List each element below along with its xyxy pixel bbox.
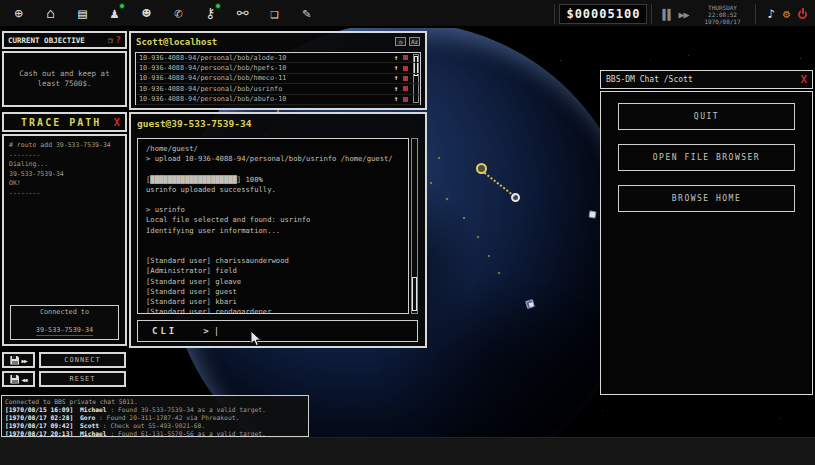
notes-icon[interactable]: ✎	[296, 3, 317, 24]
settings-gear-icon[interactable]: ⚙	[783, 8, 790, 20]
home-network-icon[interactable]: ⌂	[40, 3, 61, 24]
fast-forward-arrows-icon: ▶▶	[21, 357, 26, 364]
map-node-origin-icon[interactable]	[476, 163, 487, 174]
divider	[651, 4, 652, 24]
pause-button[interactable]: ▌▌	[662, 9, 672, 20]
map-node-target-icon[interactable]	[511, 193, 520, 202]
floppy-disk-icon	[10, 375, 19, 384]
file-row[interactable]: 10-936-4088-94/personal/bob/hmeco-11 ↑	[136, 74, 420, 84]
delete-file-icon[interactable]	[403, 66, 408, 71]
world-map-icon[interactable]: ⊕	[8, 3, 29, 24]
terminal-line: [Standard user] kbari	[146, 297, 400, 307]
chat-log-message: [1970/08/17 20:13] Michael : Found 61-13…	[5, 430, 305, 437]
message-text: : Found 39-533-7539-34 as a valid target…	[110, 406, 265, 413]
terminal-line: [Administrator] field	[146, 266, 400, 276]
trace-log-line: Dialing...	[9, 160, 120, 170]
file-path: 10-936-4088-94/personal/bob/hpefs-10	[136, 64, 391, 72]
trace-body: Connected to 39-533-7539-34 # route add …	[2, 134, 127, 346]
arrests-icon[interactable]: ⚯	[232, 3, 253, 24]
open-file-browser-button[interactable]: OPEN FILE BROWSER	[618, 144, 795, 171]
terminal-titlebar[interactable]: guest@39-533-7539-34	[131, 114, 425, 133]
message-text: : Found 61-131-5570-56 as a valid target…	[110, 430, 265, 437]
quit-button[interactable]: QUIT	[618, 103, 795, 130]
delete-file-icon[interactable]	[403, 97, 408, 102]
news-icon[interactable]: ▤	[72, 3, 93, 24]
popout-window-icon[interactable]: ❐	[108, 36, 113, 45]
file-path: 10-936-4088-94/personal/bob/abufo-10	[136, 95, 391, 103]
upload-arrow-icon[interactable]: ↑	[391, 74, 401, 82]
sort-by-time-icon[interactable]: ◷	[395, 37, 406, 46]
message-timestamp: [1970/08/17 09:42]	[5, 422, 73, 429]
message-username: Goro	[80, 414, 95, 421]
scrollbar-thumb[interactable]	[412, 277, 417, 311]
upload-arrow-icon[interactable]: ↑	[391, 95, 401, 103]
trace-log-line: 39-533-7539-34	[9, 170, 120, 180]
delete-file-icon[interactable]	[403, 76, 408, 81]
browse-home-button[interactable]: BROWSE HOME	[618, 185, 795, 212]
message-username: Michael	[80, 406, 107, 413]
file-window: Scott@localhost ◷ Az 10-936-4088-94/pers…	[129, 31, 427, 110]
connected-label: Connected to	[11, 308, 118, 317]
game-screen: ⊕ ⌂ ▤ ♟ ☻	[0, 0, 815, 465]
clock-day: THURSDAY	[697, 4, 749, 11]
terminal-window: guest@39-533-7539-34 /home/guest/ > uplo…	[129, 112, 427, 348]
cli-prompt: >	[203, 326, 208, 336]
save-and-connect-icon[interactable]: ▶▶	[2, 352, 35, 368]
file-row[interactable]: 10-936-4088-94/personal/bob/usrinfo ↑	[136, 84, 420, 94]
terminal-line: [████████████████████] 100%	[146, 175, 400, 185]
message-timestamp: [1970/08/15 16:09]	[5, 406, 73, 413]
file-row[interactable]: 10-936-4088-94/personal/bob/alode-10 ↑	[136, 53, 420, 63]
passwords-icon[interactable]: ⚷	[200, 3, 221, 24]
delete-file-icon[interactable]	[403, 86, 408, 91]
file-row[interactable]: 10-936-4088-94/personal/bob/hpefs-10 ↑	[136, 63, 420, 73]
message-text: : Found 20-311-1787-42 via Phreakout.	[99, 414, 239, 421]
power-icon[interactable]	[798, 10, 807, 19]
message-username: Michael	[80, 430, 107, 437]
map-server-marker-icon[interactable]	[588, 210, 596, 218]
topbar-icon-group: ⊕ ⌂ ▤ ♟ ☻	[0, 3, 317, 24]
terminal-line: > upload 10-936-4088-94/personal/bob/usr…	[146, 154, 400, 164]
file-row[interactable]: 10-936-4088-94/personal/bob/abufo-10 ↑	[136, 95, 420, 105]
missions-icon[interactable]: ♟	[104, 3, 125, 24]
terminal-line: Local file selected and found: usrinfo	[146, 215, 400, 225]
close-icon[interactable]: X	[800, 73, 807, 86]
upload-arrow-icon[interactable]: ↑	[391, 54, 401, 62]
terminal-line: > usrinfo	[146, 205, 400, 215]
trace-log-line: --------	[9, 189, 120, 199]
message-text: : Check out 55-493-9021-68.	[103, 422, 205, 429]
close-icon[interactable]: X	[113, 116, 120, 129]
terminal-line: [Standard user] gleave	[146, 277, 400, 287]
terminal-line: Identifying user information...	[146, 226, 400, 236]
terminal-scrollbar[interactable]	[411, 138, 418, 314]
spy-icon[interactable]: ☻	[136, 3, 157, 24]
delete-file-icon[interactable]	[403, 55, 408, 60]
music-icon[interactable]: ♪	[768, 8, 775, 20]
file-path: 10-936-4088-94/personal/bob/usrinfo	[136, 85, 391, 93]
money-display: $00005100	[559, 4, 647, 24]
save-and-rewind-icon[interactable]: ◀◀	[2, 371, 35, 387]
upload-arrow-icon[interactable]: ↑	[391, 85, 401, 93]
cli-input[interactable]: CLI > |	[137, 320, 418, 342]
power-glyph	[798, 10, 807, 19]
message-timestamp: [1970/08/17 02:28]	[5, 414, 73, 421]
divider	[554, 4, 555, 24]
chat-titlebar[interactable]: BBS-DM Chat /Scott X	[600, 70, 813, 89]
terminal-line	[146, 164, 400, 174]
notification-badge	[215, 3, 221, 9]
chat-log-panel[interactable]: Connected to BBS private chat 5011. [197…	[1, 395, 309, 437]
connect-button[interactable]: CONNECT	[39, 352, 126, 368]
terminal-line: [Standard user] guest	[146, 287, 400, 297]
terminal-line	[146, 246, 400, 256]
contacts-icon[interactable]: ✆	[168, 3, 189, 24]
trace-titlebar: TRACE PATH X	[2, 112, 127, 132]
fast-forward-button[interactable]: ▶▶	[678, 9, 688, 20]
logbook-icon[interactable]: ❏	[264, 3, 285, 24]
file-window-titlebar[interactable]: Scott@localhost ◷ Az	[131, 33, 425, 50]
terminal-line	[146, 236, 400, 246]
reset-button[interactable]: RESET	[39, 371, 126, 387]
sort-alphabetical-icon[interactable]: Az	[409, 37, 420, 46]
upload-arrow-icon[interactable]: ↑	[391, 64, 401, 72]
help-icon[interactable]: ?	[116, 35, 121, 45]
terminal-output[interactable]: /home/guest/ > upload 10-936-4088-94/per…	[137, 138, 409, 314]
objective-titlebar: CURRENT OBJECTIVE ❐ ?	[2, 31, 127, 49]
